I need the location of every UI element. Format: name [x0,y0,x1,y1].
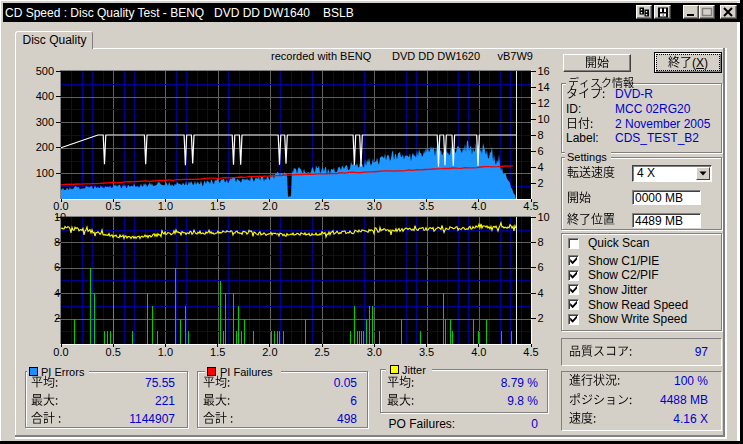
svg-text:0.5: 0.5 [106,346,121,358]
svg-text:4: 4 [538,287,544,299]
svg-text:DVD DD DW1620: DVD DD DW1620 [392,50,480,62]
svg-text:ID:: ID: [566,102,581,116]
svg-text:Show Write Speed: Show Write Speed [588,312,687,326]
svg-text:8.79 %: 8.79 % [501,376,539,390]
svg-text:3.5: 3.5 [419,346,434,358]
svg-text:CD Speed : Disc Quality Test -: CD Speed : Disc Quality Test - BENQ [5,6,204,20]
svg-text:14: 14 [538,81,550,93]
svg-text:0.0: 0.0 [53,346,68,358]
svg-text:2.0: 2.0 [262,200,277,212]
svg-text:Label:: Label: [566,131,599,145]
svg-text:8: 8 [538,129,544,141]
svg-text:Show Read Speed: Show Read Speed [588,298,688,312]
svg-text:4.16 X: 4.16 X [673,412,708,426]
svg-text:10: 10 [538,211,550,223]
svg-text:4488 MB: 4488 MB [660,393,708,407]
svg-text:Jitter: Jitter [402,364,426,376]
svg-text:BSLB: BSLB [323,6,354,20]
svg-text:1.0: 1.0 [158,200,173,212]
svg-text:Disc Quality: Disc Quality [23,33,87,47]
svg-text:9.8 %: 9.8 % [507,394,538,408]
svg-text:Show Jitter: Show Jitter [588,283,647,297]
svg-text:6: 6 [350,394,357,408]
svg-text:4489 MB: 4489 MB [635,214,683,228]
svg-text:4: 4 [54,287,60,299]
svg-text:100: 100 [36,167,54,179]
svg-text:97: 97 [695,345,709,359]
svg-text:10: 10 [538,113,550,125]
svg-text:4.0: 4.0 [471,346,486,358]
svg-text:2.0: 2.0 [262,346,277,358]
svg-text:DVD-R: DVD-R [615,87,653,101]
svg-text:(X): (X) [692,56,708,70]
svg-text:498: 498 [337,412,357,426]
svg-text:221: 221 [155,394,175,408]
svg-text:500: 500 [36,65,54,77]
svg-text:6: 6 [54,261,60,273]
svg-text:2 November 2005: 2 November 2005 [615,117,711,131]
svg-text:4.5: 4.5 [523,346,538,358]
svg-text:2: 2 [538,312,544,324]
svg-text:4.5: 4.5 [523,200,538,212]
svg-text:0.0: 0.0 [53,200,68,212]
svg-text:2: 2 [538,177,544,189]
svg-text:1.5: 1.5 [210,346,225,358]
svg-text:0000 MB: 0000 MB [635,191,683,205]
svg-text:2: 2 [54,312,60,324]
svg-text:Show C1/PIE: Show C1/PIE [588,254,659,268]
svg-text:4: 4 [538,161,544,173]
svg-text:16: 16 [538,65,550,77]
svg-text:Settings: Settings [567,151,607,163]
svg-text:3.5: 3.5 [419,200,434,212]
svg-text:3.0: 3.0 [367,346,382,358]
svg-text:2.5: 2.5 [314,200,329,212]
svg-text:10: 10 [54,211,66,223]
svg-text:3.0: 3.0 [367,200,382,212]
svg-text:CDS_TEST_B2: CDS_TEST_B2 [615,131,699,145]
svg-text:100 %: 100 % [674,374,708,388]
svg-text:PI Failures: PI Failures [220,366,273,378]
svg-text:DVD DD DW1640: DVD DD DW1640 [214,6,310,20]
svg-text:6: 6 [538,145,544,157]
svg-text:4 X: 4 X [637,166,655,180]
svg-text:8: 8 [538,236,544,248]
svg-text:12: 12 [538,97,550,109]
svg-text:1144907: 1144907 [129,412,175,426]
svg-text:2.5: 2.5 [314,346,329,358]
svg-text:MCC 02RG20: MCC 02RG20 [615,102,691,116]
svg-text:200: 200 [36,141,54,153]
svg-text:1.5: 1.5 [210,200,225,212]
svg-text:PO Failures:: PO Failures: [389,417,456,431]
svg-text:recorded with BENQ: recorded with BENQ [271,50,372,62]
svg-text:0.5: 0.5 [106,200,121,212]
svg-text:0: 0 [531,417,538,431]
svg-text:75.55: 75.55 [145,376,175,390]
svg-text:Show C2/PIF: Show C2/PIF [588,268,659,282]
svg-text:Quick Scan: Quick Scan [588,236,649,250]
svg-text:400: 400 [36,90,54,102]
svg-text:PI Errors: PI Errors [41,366,85,378]
svg-text:0.05: 0.05 [334,376,358,390]
svg-text:4.0: 4.0 [471,200,486,212]
svg-text:1.0: 1.0 [158,346,173,358]
svg-text:300: 300 [36,116,54,128]
svg-text:vB7W9: vB7W9 [498,50,533,62]
svg-text:8: 8 [54,236,60,248]
svg-text:6: 6 [538,261,544,273]
